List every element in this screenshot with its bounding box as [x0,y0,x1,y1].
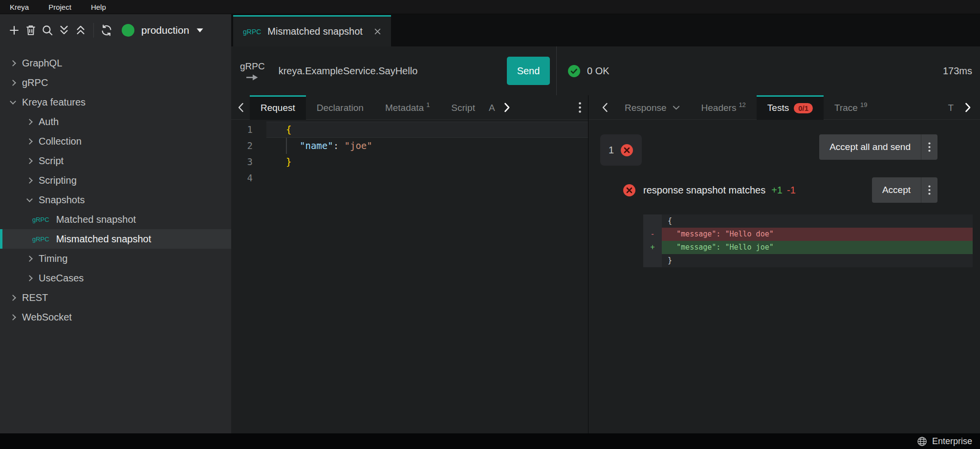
menu-kreya[interactable]: Kreya [0,3,39,11]
protocol-indicator: gRPC [240,61,265,81]
main-column: gRPC kreya.ExampleService.SayHello Send … [231,46,980,433]
accept-all-and-send-button[interactable]: Accept all and send [819,134,937,160]
sidebar-item-grpc[interactable]: gRPC [0,73,231,92]
tab-declaration[interactable]: Declaration [306,95,374,120]
tree-label: Collection [39,136,82,147]
line-number: 2 [231,138,253,154]
environment-status-icon [122,24,134,37]
chevron-right-icon [10,295,16,301]
tab-count: 1 [426,101,430,108]
menu-project[interactable]: Project [39,3,81,11]
sidebar-item-matched-snapshot[interactable]: gRPCMatched snapshot [0,210,231,229]
status-bar: Enterprise [0,433,980,449]
tests-toolbar: 1 Accept all and send [588,120,980,166]
status-code: 0 OK [587,65,610,77]
tab-label: A [489,103,495,113]
sidebar-item-snapshots[interactable]: Snapshots [0,190,231,210]
sidebar-item-usecases[interactable]: UseCases [0,268,231,288]
sidebar-item-collection[interactable]: Collection [0,131,231,151]
diff-sign: - [643,228,662,241]
call-header: gRPC kreya.ExampleService.SayHello Send … [231,46,980,95]
diff-sign [643,214,662,228]
kebab-menu-icon[interactable] [921,177,937,203]
tab-mismatched-snapshot[interactable]: gRPC Mismatched snapshot [233,15,391,46]
tree-label: GraphQL [22,58,62,69]
top-row: production gRPC Mismatched snapshot [0,14,980,46]
sidebar-item-graphql[interactable]: GraphQL [0,53,231,73]
line-numbers: 1 2 3 4 [231,122,266,433]
tab-request[interactable]: Request [250,95,306,120]
diff-sign: + [643,241,662,254]
sidebar-item-mismatched-snapshot[interactable]: gRPCMismatched snapshot [0,229,231,249]
tab-metadata[interactable]: Metadata1 [374,95,440,120]
diff-removed-count: -1 [787,185,796,196]
sidebar-item-websocket[interactable]: WebSocket [0,307,231,327]
tree-label: Timing [39,253,67,264]
search-icon[interactable] [39,22,56,39]
tab-label: Script [451,103,475,113]
diff-line-context: { [643,214,973,228]
diff-text: "message": "Hello joe" [662,241,973,254]
expand-all-icon[interactable] [56,22,72,39]
code-line [266,170,588,186]
test-result-chip[interactable]: 1 [600,134,642,166]
code-area[interactable]: { "name": "joe" } [266,122,588,433]
snapshot-diff-viewer: { - "message": "Hello doe" + "message": … [643,214,973,267]
sidebar-item-auth[interactable]: Auth [0,112,231,131]
tab-script[interactable]: Script [440,95,486,120]
diff-text: "message": "Hello doe" [662,228,973,241]
sidebar-item-rest[interactable]: REST [0,288,231,307]
sidebar-item-script[interactable]: Script [0,151,231,171]
tab-tests[interactable]: Tests0/1 [757,95,824,120]
chevron-left-icon[interactable] [231,95,250,119]
chevron-right-icon [26,138,33,145]
chevron-right-icon [26,177,33,184]
collapse-all-icon[interactable] [72,22,89,39]
globe-icon [917,436,927,447]
request-body-editor[interactable]: 1 2 3 4 { "name": "joe" } [231,120,588,433]
environment-selector[interactable]: production [122,24,204,37]
add-icon[interactable] [6,22,22,39]
tab-response[interactable]: Response [614,95,691,120]
menu-help[interactable]: Help [81,3,116,11]
chevron-right-icon [26,158,33,164]
tree-label: Mismatched snapshot [56,234,152,245]
toolbar-divider [93,23,94,38]
response-duration: 173ms [943,65,972,77]
chevron-left-icon[interactable] [595,95,614,119]
response-tabs: Response Headers12 Tests0/1 Trace19 T [588,95,980,120]
tab-label: Declaration [317,103,364,113]
indent-guide: "name": "joe" [286,138,372,154]
refresh-icon[interactable] [98,22,115,39]
request-header: gRPC kreya.ExampleService.SayHello Send [231,46,557,95]
tab-headers[interactable]: Headers12 [691,95,757,120]
sidebar-tree: GraphQL gRPC Kreya features Auth Collect… [0,46,231,433]
chevron-right-icon [26,256,33,262]
sidebar-item-timing[interactable]: Timing [0,249,231,268]
chevron-right-icon[interactable] [498,95,517,119]
tab-trace[interactable]: Trace19 [824,95,878,120]
sidebar-toolbar: production [0,14,231,46]
response-panel: Response Headers12 Tests0/1 Trace19 T 1 [588,95,980,433]
caret-down-icon [673,106,680,110]
sidebar-item-kreya-features[interactable]: Kreya features [0,92,231,112]
json-colon: : [333,140,345,151]
diff-text: { [662,214,973,228]
send-button[interactable]: Send [507,57,550,85]
chevron-right-icon[interactable] [958,95,977,119]
tab-authorizations-truncated[interactable]: A [486,95,498,120]
kebab-menu-icon[interactable] [571,95,588,119]
main-row: GraphQL gRPC Kreya features Auth Collect… [0,46,980,433]
tree-label: Script [39,155,64,167]
trash-icon[interactable] [22,22,39,39]
edition-label[interactable]: Enterprise [932,436,972,447]
grpc-protocol-badge: gRPC [32,216,49,223]
sidebar-item-scripting[interactable]: Scripting [0,171,231,190]
tab-timeline-truncated[interactable]: T [943,95,958,120]
json-string-value: "joe" [345,140,372,151]
chevron-right-icon [10,80,16,86]
accept-button[interactable]: Accept [872,177,937,203]
kebab-menu-icon[interactable] [921,134,937,160]
close-icon[interactable] [374,28,381,35]
panels: Request Declaration Metadata1 Script A [231,95,980,433]
